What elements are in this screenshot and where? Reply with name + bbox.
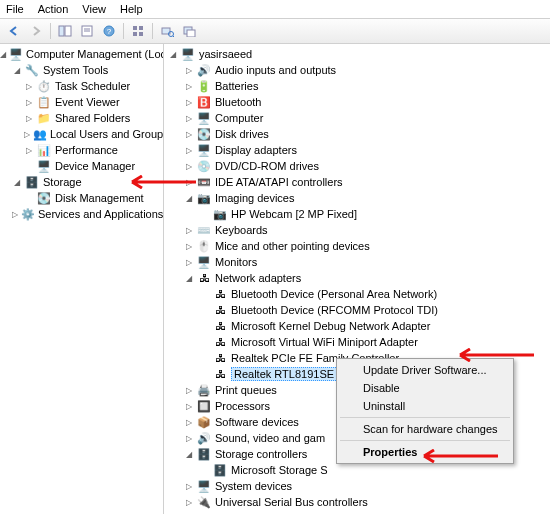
expand-icon[interactable]: ▷ xyxy=(184,258,193,267)
tree-shared-folders[interactable]: Shared Folders xyxy=(55,112,130,124)
collapse-icon[interactable]: ◢ xyxy=(12,66,21,75)
storage-controller-icon: 🗄️ xyxy=(212,463,228,477)
device-mice[interactable]: Mice and other pointing devices xyxy=(215,240,370,252)
adapter-icon: 🖧 xyxy=(212,351,228,365)
device-display[interactable]: Display adapters xyxy=(215,144,297,156)
ctx-update-driver[interactable]: Update Driver Software... xyxy=(339,361,511,379)
device-disk[interactable]: Disk drives xyxy=(215,128,269,140)
ctx-scan[interactable]: Scan for hardware changes xyxy=(339,420,511,438)
device-storagectl[interactable]: Storage controllers xyxy=(215,448,307,460)
collapse-icon[interactable]: ◢ xyxy=(184,194,193,203)
expand-icon[interactable]: ▷ xyxy=(184,146,193,155)
expand-icon[interactable]: ▷ xyxy=(184,434,193,443)
expand-icon[interactable]: ▷ xyxy=(184,418,193,427)
imaging-icon: 📷 xyxy=(196,191,212,205)
device-software[interactable]: Software devices xyxy=(215,416,299,428)
expand-icon[interactable]: ▷ xyxy=(184,82,193,91)
tree-device-manager[interactable]: Device Manager xyxy=(55,160,135,172)
expand-icon[interactable]: ▷ xyxy=(184,98,193,107)
printer-icon: 🖨️ xyxy=(196,383,212,397)
device-print[interactable]: Print queues xyxy=(215,384,277,396)
tree-storage[interactable]: Storage xyxy=(43,176,82,188)
properties-button[interactable] xyxy=(77,21,97,41)
adapter-icon: 🖧 xyxy=(212,335,228,349)
svg-rect-7 xyxy=(133,26,137,30)
tree-root[interactable]: Computer Management (Local xyxy=(26,48,164,60)
show-hide-tree-button[interactable] xyxy=(55,21,75,41)
tree-event-viewer[interactable]: Event Viewer xyxy=(55,96,120,108)
expand-icon[interactable]: ▷ xyxy=(184,482,193,491)
expand-icon[interactable]: ▷ xyxy=(24,114,33,123)
menu-file[interactable]: File xyxy=(6,3,24,15)
tree-system-tools[interactable]: System Tools xyxy=(43,64,108,76)
forward-button[interactable] xyxy=(26,21,46,41)
expand-icon[interactable]: ▷ xyxy=(24,98,33,107)
performance-icon: 📊 xyxy=(36,143,52,157)
audio-icon: 🔊 xyxy=(196,63,212,77)
tree-services[interactable]: Services and Applications xyxy=(38,208,163,220)
device-ide[interactable]: IDE ATA/ATAPI controllers xyxy=(215,176,343,188)
shared-folders-icon: 📁 xyxy=(36,111,52,125)
adapter-icon: 🖧 xyxy=(212,367,228,381)
ctx-properties[interactable]: Properties xyxy=(339,443,511,461)
device-imaging[interactable]: Imaging devices xyxy=(215,192,295,204)
expand-icon[interactable]: ▷ xyxy=(184,242,193,251)
tree-local-users[interactable]: Local Users and Groups xyxy=(50,128,164,140)
processor-icon: 🔲 xyxy=(196,399,212,413)
device-system[interactable]: System devices xyxy=(215,480,292,492)
expand-icon[interactable]: ▷ xyxy=(184,66,193,75)
expand-icon[interactable]: ▷ xyxy=(184,178,193,187)
device-network[interactable]: Network adapters xyxy=(215,272,301,284)
expand-icon[interactable]: ▷ xyxy=(184,402,193,411)
expand-icon[interactable]: ▷ xyxy=(184,114,193,123)
ctx-disable[interactable]: Disable xyxy=(339,379,511,397)
device-webcam[interactable]: HP Webcam [2 MP Fixed] xyxy=(231,208,357,220)
device-computer[interactable]: Computer xyxy=(215,112,263,124)
view-icons-button[interactable] xyxy=(128,21,148,41)
device-net4[interactable]: Microsoft Virtual WiFi Miniport Adapter xyxy=(231,336,418,348)
keyboard-icon: ⌨️ xyxy=(196,223,212,237)
expand-icon[interactable]: ▷ xyxy=(184,130,193,139)
webcam-icon: 📷 xyxy=(212,207,228,221)
device-net1[interactable]: Bluetooth Device (Personal Area Network) xyxy=(231,288,437,300)
expand-icon[interactable]: ▷ xyxy=(184,226,193,235)
menu-help[interactable]: Help xyxy=(120,3,143,15)
back-button[interactable] xyxy=(4,21,24,41)
device-msstorage[interactable]: Microsoft Storage S xyxy=(231,464,328,476)
device-net3[interactable]: Microsoft Kernel Debug Network Adapter xyxy=(231,320,430,332)
svg-rect-15 xyxy=(187,30,195,37)
ctx-uninstall[interactable]: Uninstall xyxy=(339,397,511,415)
menu-view[interactable]: View xyxy=(82,3,106,15)
expand-icon[interactable]: ▷ xyxy=(184,498,193,507)
device-net2[interactable]: Bluetooth Device (RFCOMM Protocol TDI) xyxy=(231,304,438,316)
collapse-icon[interactable]: ◢ xyxy=(184,450,193,459)
scan-button[interactable] xyxy=(157,21,177,41)
device-usb[interactable]: Universal Serial Bus controllers xyxy=(215,496,368,508)
device-sound[interactable]: Sound, video and gam xyxy=(215,432,325,444)
device-processors[interactable]: Processors xyxy=(215,400,270,412)
device-monitors[interactable]: Monitors xyxy=(215,256,257,268)
device-bluetooth[interactable]: Bluetooth xyxy=(215,96,261,108)
device-keyboards[interactable]: Keyboards xyxy=(215,224,268,236)
collapse-icon[interactable]: ◢ xyxy=(0,50,6,59)
device-batteries[interactable]: Batteries xyxy=(215,80,258,92)
menu-action[interactable]: Action xyxy=(38,3,69,15)
expand-icon[interactable]: ▷ xyxy=(24,82,33,91)
device-audio[interactable]: Audio inputs and outputs xyxy=(215,64,336,76)
device-root[interactable]: yasirsaeed xyxy=(199,48,252,60)
expand-icon[interactable]: ▷ xyxy=(184,386,193,395)
expand-icon[interactable]: ▷ xyxy=(24,130,30,139)
device-dvd[interactable]: DVD/CD-ROM drives xyxy=(215,160,319,172)
collapse-icon[interactable]: ◢ xyxy=(12,178,21,187)
show-hidden-button[interactable] xyxy=(179,21,199,41)
tree-task-scheduler[interactable]: Task Scheduler xyxy=(55,80,130,92)
expand-icon[interactable]: ▷ xyxy=(184,162,193,171)
collapse-icon[interactable]: ◢ xyxy=(184,274,193,283)
help-button[interactable]: ? xyxy=(99,21,119,41)
tree-performance[interactable]: Performance xyxy=(55,144,118,156)
expand-icon[interactable]: ▷ xyxy=(12,210,18,219)
collapse-icon[interactable]: ◢ xyxy=(168,50,177,59)
tree-disk-management[interactable]: Disk Management xyxy=(55,192,144,204)
monitor-icon: 🖥️ xyxy=(196,255,212,269)
expand-icon[interactable]: ▷ xyxy=(24,146,33,155)
